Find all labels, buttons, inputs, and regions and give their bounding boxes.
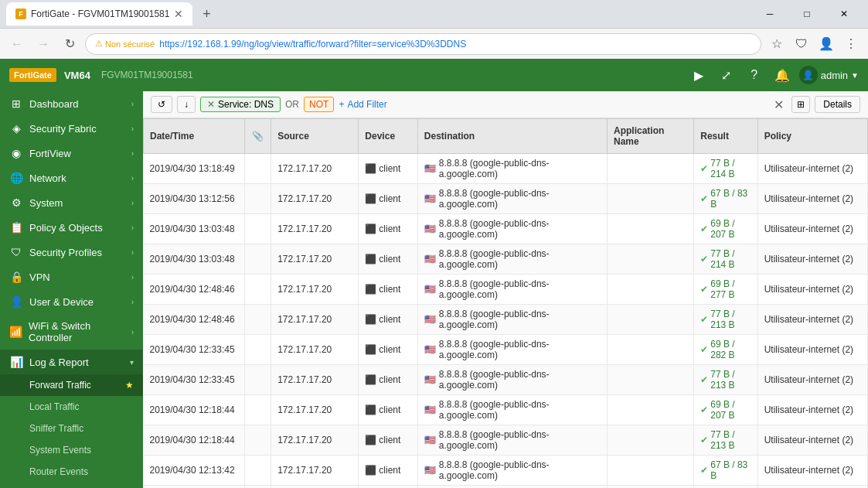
notification-button[interactable]: 🔔 xyxy=(771,64,793,86)
table-row[interactable]: 2019/04/30 12:03:42 172.17.17.20 ⬛client… xyxy=(144,486,868,489)
sidebar-item-network[interactable]: 🌐 Network › xyxy=(0,166,143,190)
terminal-button[interactable]: ▶ xyxy=(688,64,710,86)
flag-icon: 🇺🇸 xyxy=(424,404,436,415)
new-tab-button[interactable]: + xyxy=(196,3,217,25)
help-button[interactable]: ? xyxy=(744,64,765,86)
url-bar[interactable]: ⚠ Non sécurisé https://192.168.1.99/ng/l… xyxy=(85,33,761,55)
sidebar-sub-forward-traffic[interactable]: Forward Traffic ★ xyxy=(0,374,143,396)
sidebar-label-dashboard: Dashboard xyxy=(29,98,79,110)
user-menu[interactable]: 👤 admin ▼ xyxy=(799,66,859,84)
sidebar-item-dashboard[interactable]: ⊞ Dashboard › xyxy=(0,91,143,116)
table-row[interactable]: 2019/04/30 12:48:46 172.17.17.20 ⬛client… xyxy=(144,275,868,305)
tab-close-button[interactable]: ✕ xyxy=(174,8,183,20)
reload-button[interactable]: ↻ xyxy=(59,33,80,55)
add-filter-button[interactable]: + Add Filter xyxy=(339,99,386,110)
sidebar-item-security-profiles[interactable]: 🛡 Security Profiles › xyxy=(0,240,143,264)
cell-destination: 🇺🇸 8.8.8.8 (google-public-dns-a.google.c… xyxy=(417,365,607,395)
back-button[interactable]: ← xyxy=(6,33,28,55)
download-button[interactable]: ↓ xyxy=(177,96,196,113)
bookmark-button[interactable]: ☆ xyxy=(766,33,788,55)
cell-source: 172.17.17.20 xyxy=(271,154,359,184)
cell-attach xyxy=(244,244,271,275)
security-profiles-arrow: › xyxy=(131,248,134,257)
flag-icon: 🇺🇸 xyxy=(424,193,436,204)
cell-attach xyxy=(244,395,271,425)
minimize-button[interactable]: ─ xyxy=(752,2,788,26)
table-row[interactable]: 2019/04/30 12:18:44 172.17.17.20 ⬛client… xyxy=(144,395,868,425)
sidebar-item-security-fabric[interactable]: ◈ Security Fabric › xyxy=(0,116,143,141)
cell-policy: Utilisateur-internet (2) xyxy=(757,184,867,214)
cell-app-name xyxy=(608,486,694,489)
fg-header-actions: ▶ ⤢ ? 🔔 👤 admin ▼ xyxy=(688,64,859,86)
os-icon: ⬛ xyxy=(365,404,376,415)
close-button[interactable]: ✕ xyxy=(826,2,862,26)
table-row[interactable]: 2019/04/30 12:18:44 172.17.17.20 ⬛client… xyxy=(144,425,868,456)
cell-app-name xyxy=(608,275,694,305)
cell-device: ⬛client xyxy=(359,154,417,184)
cell-attach xyxy=(244,456,271,486)
cell-policy: Utilisateur-internet (2) xyxy=(757,425,867,456)
dest-text: 8.8.8.8 (google-public-dns-a.google.com) xyxy=(439,248,601,270)
sidebar-label-vpn: VPN xyxy=(29,271,50,283)
sidebar-label-network: Network xyxy=(29,172,66,184)
cell-device: ⬛client xyxy=(359,214,417,244)
sidebar-sub-router-events[interactable]: Router Events xyxy=(0,461,143,483)
account-button[interactable]: 👤 xyxy=(815,33,837,55)
cell-app-name xyxy=(608,425,694,456)
table-row[interactable]: 2019/04/30 12:33:45 172.17.17.20 ⬛client… xyxy=(144,365,868,395)
fg-hostname: FGVM01TM19001581 xyxy=(101,70,193,80)
table-row[interactable]: 2019/04/30 12:33:45 172.17.17.20 ⬛client… xyxy=(144,335,868,365)
sidebar-item-wifi-switch[interactable]: 📶 WiFi & Switch Controller › xyxy=(0,314,143,350)
filter-close-icon[interactable]: ✕ xyxy=(207,99,215,110)
os-icon: ⬛ xyxy=(365,344,376,355)
flag-icon: 🇺🇸 xyxy=(424,435,436,445)
col-header-result: Result xyxy=(694,119,757,154)
fortigate-ext-icon[interactable]: 🛡 xyxy=(791,33,812,55)
table-row[interactable]: 2019/04/30 13:12:56 172.17.17.20 ⬛client… xyxy=(144,184,868,214)
check-icon: ✔ xyxy=(700,344,708,355)
menu-button[interactable]: ⋮ xyxy=(840,33,862,55)
cell-app-name xyxy=(608,184,694,214)
cell-result: ✔ 77 B / 213 B xyxy=(694,305,757,335)
details-button[interactable]: Details xyxy=(815,96,860,113)
flag-icon: 🇺🇸 xyxy=(424,224,436,234)
sidebar-sub-sniffer-traffic[interactable]: Sniffer Traffic xyxy=(0,418,143,439)
active-tab[interactable]: F FortiGate - FGVM01TM19001581 ✕ xyxy=(6,2,192,26)
sidebar-item-fortiview[interactable]: ◉ FortiView › xyxy=(0,141,143,166)
layout-button[interactable]: ⊞ xyxy=(791,96,810,113)
sidebar-label-fortiview: FortiView xyxy=(29,148,71,159)
maximize-button[interactable]: □ xyxy=(789,2,825,26)
cell-app-name xyxy=(608,335,694,365)
table-row[interactable]: 2019/04/30 13:03:48 172.17.17.20 ⬛client… xyxy=(144,244,868,275)
sidebar-sub-system-events[interactable]: System Events xyxy=(0,439,143,461)
flag-icon: 🇺🇸 xyxy=(424,314,436,325)
filter-clear-button[interactable]: ✕ xyxy=(770,96,787,113)
wifi-switch-icon: 📶 xyxy=(9,326,22,338)
sidebar-item-vpn[interactable]: 🔒 VPN › xyxy=(0,264,143,289)
sidebar-item-log-report[interactable]: 📊 Log & Report ▾ xyxy=(0,350,143,374)
sidebar-sub-vpn-events[interactable]: VPN Events xyxy=(0,483,143,488)
table-row[interactable]: 2019/04/30 12:13:42 172.17.17.20 ⬛client… xyxy=(144,456,868,486)
sidebar-sub-local-traffic[interactable]: Local Traffic xyxy=(0,396,143,418)
table-row[interactable]: 2019/04/30 13:18:49 172.17.17.20 ⬛client… xyxy=(144,154,868,184)
network-icon: 🌐 xyxy=(9,172,23,184)
expand-button[interactable]: ⤢ xyxy=(716,64,737,86)
flag-icon: 🇺🇸 xyxy=(424,344,436,355)
system-arrow: › xyxy=(131,199,134,207)
sidebar-item-policy-objects[interactable]: 📋 Policy & Objects › xyxy=(0,215,143,240)
filter-label: Service: DNS xyxy=(218,99,274,110)
os-icon: ⬛ xyxy=(365,374,376,385)
table-row[interactable]: 2019/04/30 13:03:48 172.17.17.20 ⬛client… xyxy=(144,214,868,244)
sub-label-system-events: System Events xyxy=(29,445,91,456)
sidebar-item-user-device[interactable]: 👤 User & Device › xyxy=(0,289,143,314)
cell-destination: 🇺🇸 8.8.8.8 (google-public-dns-a.google.c… xyxy=(417,425,607,456)
table-row[interactable]: 2019/04/30 12:48:46 172.17.17.20 ⬛client… xyxy=(144,305,868,335)
user-device-arrow: › xyxy=(131,298,134,306)
sidebar-item-system[interactable]: ⚙ System › xyxy=(0,190,143,215)
refresh-button[interactable]: ↺ xyxy=(151,96,172,113)
forward-button[interactable]: → xyxy=(32,33,54,55)
result-text: 69 B / 207 B xyxy=(710,399,751,421)
cell-app-name xyxy=(608,305,694,335)
cell-device: ⬛client xyxy=(359,486,417,489)
forward-traffic-star: ★ xyxy=(125,380,134,391)
